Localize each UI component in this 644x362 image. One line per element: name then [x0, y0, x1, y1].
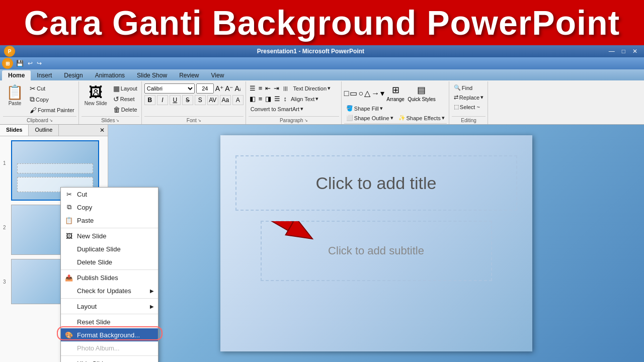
- close-button[interactable]: ✕: [630, 48, 640, 55]
- font-size-increase-button[interactable]: A⁺: [215, 84, 223, 93]
- outline-tab[interactable]: Outline: [29, 125, 59, 136]
- paragraph-expand-icon[interactable]: ↘: [304, 118, 308, 123]
- columns-button[interactable]: ⫼: [281, 83, 290, 93]
- layout-button[interactable]: ▦ Layout: [111, 83, 139, 94]
- numbering-button[interactable]: ≡: [258, 83, 264, 93]
- ctx-format-background[interactable]: 🎨 Format Background...: [61, 328, 158, 341]
- tab-animations[interactable]: Animations: [89, 70, 131, 80]
- align-right-button[interactable]: ◨: [264, 94, 272, 104]
- shape-arrow[interactable]: →: [371, 89, 379, 98]
- delete-slide-button[interactable]: 🗑 Delete: [111, 105, 139, 115]
- slides-content: 🖼 New Slide ▦ Layout ↺ Reset 🗑 Delete: [82, 82, 139, 116]
- tab-home[interactable]: Home: [2, 70, 31, 80]
- slide-title-box[interactable]: Click to add title: [235, 155, 517, 211]
- office-button[interactable]: P: [4, 46, 15, 57]
- shapes-more[interactable]: ▾: [380, 88, 384, 98]
- tab-review[interactable]: Review: [173, 70, 205, 80]
- bold-button[interactable]: B: [144, 95, 155, 105]
- align-center-button[interactable]: ≡: [258, 94, 264, 104]
- align-left-button[interactable]: ◧: [249, 94, 257, 104]
- paste-button[interactable]: 📋 Paste: [3, 83, 27, 108]
- ctx-hide-icon: [65, 359, 73, 362]
- ctx-new-slide[interactable]: 🖼 New Slide: [61, 229, 158, 242]
- ctx-delete-icon: [65, 258, 73, 266]
- new-slide-button[interactable]: 🖼 New Slide: [82, 83, 110, 108]
- line-spacing-button[interactable]: ↕: [282, 94, 288, 104]
- slides-col: ▦ Layout ↺ Reset 🗑 Delete: [111, 83, 139, 115]
- quick-access-toolbar: ⊞ 💾 ↩ ↪: [0, 57, 644, 69]
- charspacing-button[interactable]: AV: [207, 95, 218, 105]
- drawing-fill-row: 🪣 Shape Fill ▾: [344, 104, 385, 113]
- shape-effects-button[interactable]: ✨ Shape Effects ▾: [396, 114, 447, 122]
- ctx-publish-slides[interactable]: 📤 Publish Slides: [61, 271, 158, 284]
- ctx-delete-slide[interactable]: Delete Slide: [61, 255, 158, 268]
- font-name-dropdown[interactable]: Calibri: [144, 83, 195, 94]
- ctx-layout[interactable]: Layout ▶: [61, 300, 158, 313]
- arrange-button[interactable]: ⊞ Arrange: [385, 83, 406, 103]
- convert-smartart-button[interactable]: Convert to SmartArt ▾: [249, 105, 305, 113]
- shape-fill-button[interactable]: 🪣 Shape Fill ▾: [344, 104, 385, 113]
- ctx-check-updates[interactable]: Check for Updates ▶: [61, 284, 158, 297]
- find-button[interactable]: 🔍 Find: [452, 83, 474, 92]
- slides-tab[interactable]: Slides: [0, 125, 29, 136]
- tab-insert[interactable]: Insert: [31, 70, 58, 80]
- clear-formatting-button[interactable]: Aᵢ: [235, 84, 241, 93]
- align-text-button[interactable]: Align Text ▾: [289, 95, 321, 103]
- shape-triangle[interactable]: △: [364, 88, 370, 98]
- maximize-button[interactable]: □: [619, 48, 628, 55]
- ctx-format-bg-label: Format Background...: [77, 331, 140, 339]
- reset-button[interactable]: ↺ Reset: [111, 94, 139, 104]
- undo-qa-button[interactable]: ↩: [27, 59, 34, 68]
- ctx-duplicate-slide[interactable]: Duplicate Slide: [61, 242, 158, 255]
- title-text: Cara Ganti Background PowerPoint: [24, 3, 620, 42]
- font-expand-icon[interactable]: ↘: [198, 118, 201, 123]
- text-direction-button[interactable]: Text Direction ▾: [291, 84, 333, 93]
- save-qa-button[interactable]: 💾: [15, 59, 25, 68]
- quick-styles-button[interactable]: ▤ Quick Styles: [407, 83, 437, 103]
- slides-expand-icon[interactable]: ↘: [116, 118, 119, 123]
- paste-icon: 📋: [6, 85, 24, 100]
- replace-button[interactable]: ⇄ Replace ▾: [452, 93, 486, 102]
- shape-rectangle[interactable]: □: [344, 89, 349, 98]
- ctx-reset-slide[interactable]: Reset Slide: [61, 315, 158, 328]
- shape-outline-button[interactable]: ⬜ Shape Outline ▾: [344, 114, 395, 122]
- underline-button[interactable]: U: [170, 95, 181, 105]
- ctx-paste[interactable]: 📋 Paste: [61, 214, 158, 227]
- font-size-input[interactable]: [196, 83, 214, 94]
- redo-qa-button[interactable]: ↪: [36, 59, 43, 68]
- ctx-sep4: [61, 314, 158, 314]
- tab-view[interactable]: View: [205, 70, 230, 80]
- bullets-button[interactable]: ☰: [249, 83, 257, 93]
- select-button[interactable]: ⬚ Select ~: [452, 103, 482, 111]
- title-bar-left: P: [4, 46, 15, 57]
- panel-close-button[interactable]: ✕: [97, 125, 108, 136]
- minimize-button[interactable]: —: [606, 48, 617, 55]
- ctx-cut[interactable]: ✂ Cut: [61, 188, 158, 201]
- shape-oval[interactable]: ○: [358, 89, 363, 98]
- decrease-indent-button[interactable]: ⇤: [264, 83, 272, 93]
- office-button-orb[interactable]: ⊞: [2, 58, 13, 69]
- case-button[interactable]: Aa: [220, 95, 231, 105]
- ctx-hide-label: Hide Slide: [77, 360, 107, 363]
- strikethrough-button[interactable]: S̶: [182, 95, 193, 105]
- shadow-button[interactable]: S: [195, 95, 206, 105]
- ctx-hide-slide[interactable]: Hide Slide: [61, 357, 158, 362]
- slide-subtitle-box[interactable]: Click to add subtitle: [261, 221, 492, 281]
- tab-design[interactable]: Design: [58, 70, 89, 80]
- slide-canvas: Click to add title Click to add subtitle: [220, 135, 532, 351]
- copy-button[interactable]: ⧉ Copy: [28, 94, 76, 105]
- clipboard-expand-icon[interactable]: ↘: [49, 118, 53, 123]
- ctx-copy[interactable]: ⧉ Copy: [61, 201, 158, 214]
- paragraph-content: ☰ ≡ ⇤ ⇥ ⫼ Text Direction ▾ ◧ ≡ ◨ ☰ ↕: [249, 82, 339, 116]
- justify-button[interactable]: ☰: [273, 94, 281, 104]
- slides-label: Slides ↘: [82, 116, 139, 124]
- format-painter-button[interactable]: 🖌 Format Painter: [28, 105, 76, 115]
- increase-indent-button[interactable]: ⇥: [273, 83, 280, 93]
- shape-rounded-rect[interactable]: ▭: [350, 88, 357, 98]
- cut-button[interactable]: ✂ Cut: [28, 83, 76, 94]
- slide-content-area: Click to add title Click to add subtitle: [108, 125, 644, 362]
- font-size-decrease-button[interactable]: A⁻: [225, 84, 233, 93]
- italic-button[interactable]: I: [157, 95, 168, 105]
- tab-slideshow[interactable]: Slide Show: [131, 70, 173, 80]
- font-color-button[interactable]: A: [232, 95, 244, 105]
